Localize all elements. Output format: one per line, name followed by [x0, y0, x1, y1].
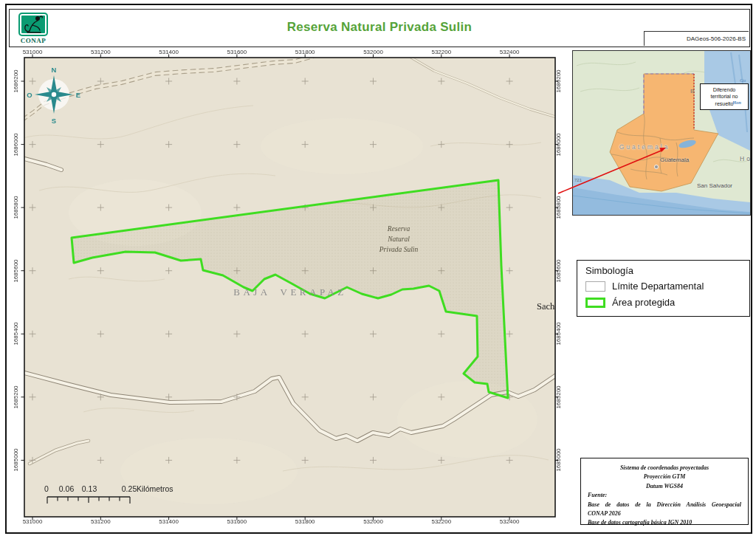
department-label: BAJA VERAPAZ: [233, 286, 347, 298]
source-line: Base de datos cartografía básica IGN 201…: [588, 518, 741, 527]
coordinate-tick-label: 532000: [351, 518, 396, 525]
country-label: Guatemala: [619, 143, 670, 151]
coordinate-tick-label: 531200: [78, 518, 123, 525]
map-label-overlay: Reserva Natural Privada Sulin BAJA VERAP…: [24, 58, 555, 517]
source-line: Base de datos de la Dirección Análisis G…: [588, 501, 741, 509]
coordinate-tick-label: 531000: [10, 518, 55, 525]
coordinate-tick-label: 531800: [283, 518, 327, 525]
legend: Simbología Límite Departamental Área pro…: [577, 260, 750, 317]
crs-line: Proyección GTM: [588, 473, 741, 481]
coordinate-tick-label: 531200: [78, 49, 123, 55]
coordinate-tick-label: 532400: [487, 518, 532, 525]
coordinate-tick-label: 531400: [147, 518, 191, 525]
coordinate-tick-label: 532400: [487, 49, 532, 55]
coordinate-tick-label: 1686000: [555, 123, 563, 167]
source-line: CONAP 2026: [588, 509, 741, 518]
honduras-fragment-label: Ho: [740, 155, 751, 162]
scale-label-3: 0.25: [122, 484, 137, 493]
road-number-fragment: 721: [574, 178, 582, 182]
crs-line: Datum WGS84: [588, 482, 741, 491]
water-label-fragment: Gu: [740, 78, 746, 83]
scale-label-2: 0.13: [82, 484, 97, 493]
territorial-note: Diferendo territorial no resuelto: [700, 83, 749, 110]
scale-unit: Kilómetros: [137, 484, 173, 493]
san-salvador-label: San Salvador: [697, 182, 732, 189]
coordinate-tick-label: 1686000: [13, 123, 20, 167]
scale-label-0: 0: [44, 484, 49, 493]
coordinate-tick-label: 1685400: [13, 312, 20, 356]
coordinate-tick-label: 531000: [10, 49, 55, 55]
legend-title: Simbología: [585, 265, 633, 276]
coordinate-tick-label: 531600: [215, 49, 259, 55]
reserve-name-label: Reserva Natural Privada Sulin: [379, 224, 419, 255]
coordinate-tick-label: 531800: [283, 49, 327, 55]
coordinate-tick-label: 1685600: [13, 249, 20, 293]
scale-bar: 0 0.06 0.13 0.25 Kilómetros: [47, 484, 209, 509]
coordinate-tick-label: 1685000: [13, 438, 20, 482]
conap-logo-text: CONAP: [16, 37, 51, 44]
source-label: Fuente:: [588, 491, 741, 500]
coordinate-tick-label: 1685400: [555, 312, 563, 356]
water-label-fragment: Hon: [732, 100, 741, 105]
page-title: Reserva Natural Privada Sulin: [10, 20, 749, 35]
crs-line: Sistema de coordenadas proyectadas: [588, 464, 741, 473]
coordinate-tick-label: 1686200: [555, 59, 563, 103]
coordinate-tick-label: 1685600: [555, 249, 563, 293]
capital-label: Guatemala: [660, 157, 689, 163]
coordinate-tick-label: 1685200: [13, 375, 20, 419]
header: CONAP Reserva Natural Privada Sulin DAGe…: [9, 9, 750, 47]
coordinate-tick-label: 532200: [419, 49, 464, 55]
coordinate-tick-label: 1685800: [555, 185, 563, 230]
scale-label-1: 0.06: [59, 484, 74, 493]
coordinate-tick-label: 532000: [351, 49, 396, 55]
clipped-place-label: Sach: [537, 301, 555, 312]
coordinate-tick-label: 531600: [215, 518, 259, 525]
inset-locator-map: Diferendo territorial no resuelto Guatem…: [572, 50, 751, 216]
coordinate-tick-label: 1686200: [13, 59, 20, 103]
coordinate-tick-label: 1685000: [555, 438, 563, 482]
coordinate-tick-label: 532200: [419, 518, 464, 525]
credits-panel: Sistema de coordenadas proyectadas Proye…: [580, 458, 749, 525]
inset-map-art: [573, 51, 750, 215]
belize-fragment-label: B: [690, 88, 694, 95]
coordinate-tick-label: 1685800: [13, 185, 20, 230]
capital-city-dot: [654, 165, 658, 168]
coordinate-tick-label: 531400: [147, 49, 191, 55]
scale-bar-ticks: [47, 496, 132, 505]
document-code: DAGeos-506-2026-BS: [644, 31, 749, 46]
coordinate-tick-label: 1685200: [555, 375, 563, 419]
protected-area-swatch: [585, 298, 605, 308]
departmental-boundary-swatch: [585, 281, 605, 292]
map-sheet: CONAP Reserva Natural Privada Sulin DAGe…: [0, 0, 756, 536]
